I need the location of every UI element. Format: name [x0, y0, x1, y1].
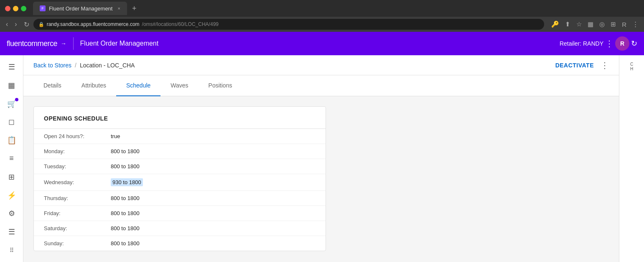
traffic-lights — [5, 6, 26, 11]
close-traffic-light[interactable] — [5, 6, 10, 11]
sidebar-item-orders[interactable]: 🛒 — [3, 95, 21, 112]
dots-grid-icon: ⠿ — [10, 247, 14, 254]
orders-badge — [15, 98, 18, 101]
user-profile-icon[interactable]: R — [620, 20, 629, 29]
sidebar-item-dots-grid[interactable]: ⠿ — [3, 242, 21, 259]
schedule-label: Tuesday: — [44, 163, 111, 170]
forward-button[interactable]: › — [12, 19, 19, 30]
schedule-row: Saturday:800 to 1800 — [34, 221, 326, 236]
page-layout: ☰ ▦ 🛒 ◻ 📋 ≡ ⊞ ⚡ ⚙ ☰ ⠿ — [0, 55, 644, 262]
schedule-value: 800 to 1800 — [111, 210, 140, 216]
schedule-value: 800 to 1800 — [111, 240, 140, 247]
reload-button[interactable]: ↻ — [21, 19, 32, 30]
schedule-row: Monday:800 to 1800 — [34, 144, 326, 159]
extension-icon[interactable]: ◎ — [597, 19, 607, 29]
app-header: fluentcommerce → Fluent Order Management… — [0, 32, 644, 55]
tab-title: Fluent Order Management — [49, 5, 112, 12]
menu-icon: ☰ — [8, 62, 15, 72]
schedule-value: 930 to 1800 — [111, 178, 143, 186]
minimize-traffic-light[interactable] — [13, 6, 18, 11]
schedule-label: Open 24 hours?: — [44, 133, 111, 139]
back-button[interactable]: ‹ — [3, 19, 10, 30]
sidebar-item-grid[interactable]: ⊞ — [3, 169, 21, 185]
tab-favicon: F — [40, 5, 46, 11]
header-more-icon[interactable]: ⋮ — [605, 39, 613, 49]
browser-nav-bar: ‹ › ↻ 🔒 randy.sandbox.apps.fluentcommerc… — [0, 17, 644, 32]
sidebar-item-invoices[interactable]: 📋 — [3, 132, 21, 149]
breadcrumb-bar: Back to Stores / Location - LOC_CHA DEAC… — [23, 55, 619, 75]
app-title: Fluent Order Management — [80, 40, 159, 47]
content-area: OPENING SCHEDULE Open 24 hours?:trueMond… — [23, 96, 619, 262]
browser-actions: 🔑 ⬆ ☆ ▦ ◎ ⊞ R ⋮ — [549, 19, 641, 29]
bookmark-icon[interactable]: ☆ — [574, 19, 584, 29]
avatar[interactable]: R — [615, 36, 629, 51]
sidebar-item-menu[interactable]: ☰ — [3, 59, 21, 75]
address-bar[interactable]: 🔒 randy.sandbox.apps.fluentcommerce.com … — [33, 19, 545, 30]
schedule-label: Monday: — [44, 148, 111, 154]
right-panel-top: C H — [619, 59, 644, 74]
reading-list-icon[interactable]: ▦ — [585, 19, 596, 29]
right-panel: C H — [619, 55, 644, 262]
header-divider — [73, 37, 74, 50]
sidebar: ☰ ▦ 🛒 ◻ 📋 ≡ ⊞ ⚡ ⚙ ☰ ⠿ — [0, 55, 23, 262]
tab-schedule[interactable]: Schedule — [116, 75, 160, 96]
address-domain: randy.sandbox.apps.fluentcommerce.com — [47, 21, 140, 27]
tab-positions[interactable]: Positions — [199, 75, 242, 96]
schedule-row: Sunday:800 to 1800 — [34, 236, 326, 251]
tab-waves[interactable]: Waves — [160, 75, 198, 96]
main-content: Back to Stores / Location - LOC_CHA DEAC… — [23, 55, 619, 262]
schedule-row: Tuesday:800 to 1800 — [34, 159, 326, 174]
schedule-value: 800 to 1800 — [111, 148, 140, 154]
key-icon[interactable]: 🔑 — [549, 19, 561, 29]
schedule-value: 800 to 1800 — [111, 195, 140, 201]
schedule-value: 800 to 1800 — [111, 163, 140, 170]
schedule-row: Open 24 hours?:true — [34, 129, 326, 144]
refresh-icon[interactable]: ↻ — [631, 39, 637, 48]
schedule-label: Sunday: — [44, 240, 111, 247]
cart-icon: 🛒 — [7, 99, 16, 108]
back-to-stores-link[interactable]: Back to Stores — [33, 62, 71, 69]
new-tab-button[interactable]: + — [132, 4, 137, 13]
sidebar-item-lightning[interactable]: ⚡ — [3, 187, 21, 204]
schedule-value: true — [111, 133, 120, 139]
schedule-label: Friday: — [44, 210, 111, 216]
page-more-icon[interactable]: ⋮ — [601, 60, 609, 70]
sidebar-item-dashboard[interactable]: ▦ — [3, 77, 21, 94]
schedule-label: Thursday: — [44, 195, 111, 201]
schedule-rows: Open 24 hours?:trueMonday:800 to 1800Tue… — [34, 129, 326, 251]
schedule-row: Wednesday:930 to 1800 — [34, 174, 326, 191]
invoice-icon: 📋 — [7, 136, 16, 145]
maximize-traffic-light[interactable] — [21, 6, 26, 11]
tab-details[interactable]: Details — [33, 75, 71, 96]
tab-close-button[interactable]: × — [117, 6, 120, 11]
window-icon[interactable]: ⊞ — [608, 19, 618, 29]
browser-menu-icon[interactable]: ⋮ — [630, 19, 641, 29]
security-icon: 🔒 — [38, 22, 44, 27]
schedule-card: OPENING SCHEDULE Open 24 hours?:trueMond… — [33, 106, 326, 251]
deactivate-button[interactable]: DEACTIVATE — [555, 62, 594, 69]
browser-chrome: F Fluent Order Management × + — [0, 0, 644, 17]
browser-tab[interactable]: F Fluent Order Management × — [33, 2, 127, 15]
grid-icon: ⊞ — [8, 172, 15, 182]
schedule-label: Saturday: — [44, 225, 111, 231]
tab-attributes[interactable]: Attributes — [71, 75, 116, 96]
breadcrumb-current: Location - LOC_CHA — [80, 62, 135, 69]
schedule-row: Friday:800 to 1800 — [34, 206, 326, 221]
logo-arrow-icon: → — [61, 40, 66, 47]
logo-text: fluentcommerce — [7, 39, 57, 48]
dashboard-icon: ▦ — [8, 81, 15, 90]
upload-icon[interactable]: ⬆ — [563, 19, 573, 29]
more-list-icon: ☰ — [8, 227, 15, 236]
sidebar-item-settings[interactable]: ⚙ — [3, 205, 21, 222]
sidebar-item-fulfillments[interactable]: ◻ — [3, 113, 21, 130]
package-icon: ◻ — [8, 117, 15, 126]
sidebar-item-lists[interactable]: ≡ — [3, 150, 21, 167]
tabs-bar: Details Attributes Schedule Waves Positi… — [23, 75, 619, 96]
sidebar-item-more-list[interactable]: ☰ — [3, 223, 21, 240]
schedule-value: 800 to 1800 — [111, 225, 140, 231]
schedule-row: Thursday:800 to 1800 — [34, 191, 326, 206]
list-icon: ≡ — [9, 154, 14, 163]
card-header: OPENING SCHEDULE — [34, 107, 326, 129]
schedule-label: Wednesday: — [44, 179, 111, 185]
breadcrumb-separator: / — [75, 62, 76, 69]
